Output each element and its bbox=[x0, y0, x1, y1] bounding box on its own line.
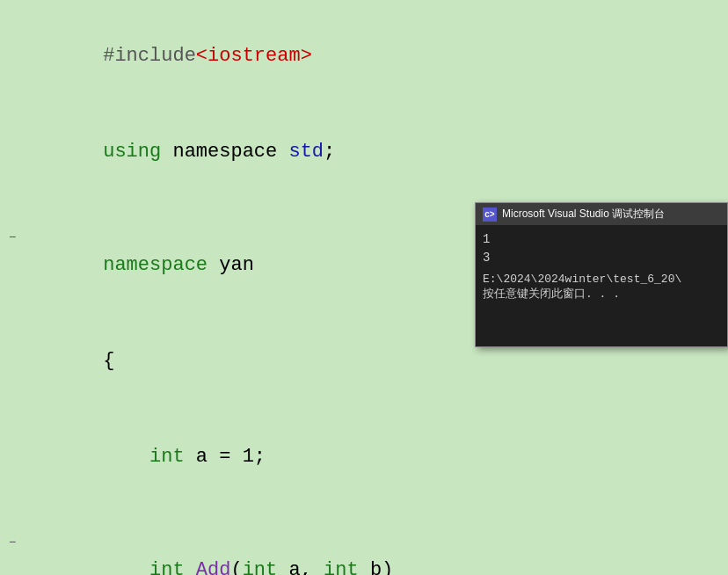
line-content-6: int a = 1; bbox=[26, 410, 266, 506]
token-param-a: a, bbox=[277, 559, 324, 575]
line-content-2: using namespace std; bbox=[26, 105, 335, 200]
token-indent-1 bbox=[103, 446, 149, 468]
token-brace-open-1: { bbox=[103, 350, 114, 372]
line-content-1: #include<iostream> bbox=[26, 9, 312, 105]
token-include: #include bbox=[103, 45, 196, 67]
token-namespace: namespace bbox=[103, 254, 207, 276]
console-line-2-text: 3 bbox=[483, 251, 490, 265]
console-line-1-text: 1 bbox=[483, 232, 490, 246]
console-output-1: 1 bbox=[483, 230, 720, 249]
console-icon-label: c> bbox=[484, 209, 494, 219]
token-indent-2 bbox=[103, 559, 149, 575]
console-path: E:\2024\2024winter\test_6_20\ bbox=[483, 273, 720, 286]
console-title: Microsoft Visual Studio 调试控制台 bbox=[502, 207, 665, 222]
console-output-2: 3 bbox=[483, 249, 720, 267]
token-yan: yan bbox=[207, 254, 254, 276]
line-content-4: namespace yan bbox=[26, 218, 254, 314]
line-content-8: int Add(int a, int b) bbox=[26, 522, 393, 575]
console-prompt: 按任意键关闭此窗口. . . bbox=[483, 286, 720, 302]
token-int-2: int bbox=[149, 559, 185, 575]
token-std: std bbox=[288, 141, 324, 163]
console-window[interactable]: c> Microsoft Visual Studio 调试控制台 1 3 E:\… bbox=[475, 202, 728, 347]
console-app-icon: c> bbox=[483, 207, 497, 222]
token-param-b: b) bbox=[359, 559, 394, 575]
token-int-3: int bbox=[243, 559, 278, 575]
token-int-1: int bbox=[149, 446, 185, 468]
token-a-assign: a = 1; bbox=[185, 446, 266, 468]
collapse-icon-8[interactable]: − bbox=[9, 533, 16, 553]
console-body: 1 3 E:\2024\2024winter\test_6_20\ 按任意键关闭… bbox=[476, 225, 727, 346]
token-add-params: ( bbox=[230, 559, 242, 575]
code-line-8: − int Add(int a, int b) bbox=[9, 522, 728, 575]
token-using: using bbox=[103, 141, 161, 163]
token-int-4: int bbox=[324, 559, 359, 575]
code-line-6: int a = 1; bbox=[9, 410, 728, 506]
code-line-7 bbox=[9, 505, 728, 522]
token-space-add bbox=[185, 559, 196, 575]
console-path-text: E:\2024\2024winter\test_6_20\ bbox=[483, 273, 681, 286]
line-content-5: { bbox=[26, 314, 114, 410]
collapse-icon-4[interactable]: − bbox=[9, 228, 16, 248]
console-titlebar[interactable]: c> Microsoft Visual Studio 调试控制台 bbox=[476, 203, 727, 225]
token-semicolon-1: ; bbox=[324, 141, 335, 163]
code-line-2: using namespace std; bbox=[9, 105, 728, 200]
code-line-1: #include<iostream> bbox=[9, 9, 728, 105]
token-iostream: <iostream> bbox=[196, 45, 312, 67]
console-prompt-text: 按任意键关闭此窗口. . . bbox=[483, 288, 620, 301]
token-add-fn: Add bbox=[196, 559, 231, 575]
token-namespace-kw: namespace bbox=[161, 141, 288, 163]
